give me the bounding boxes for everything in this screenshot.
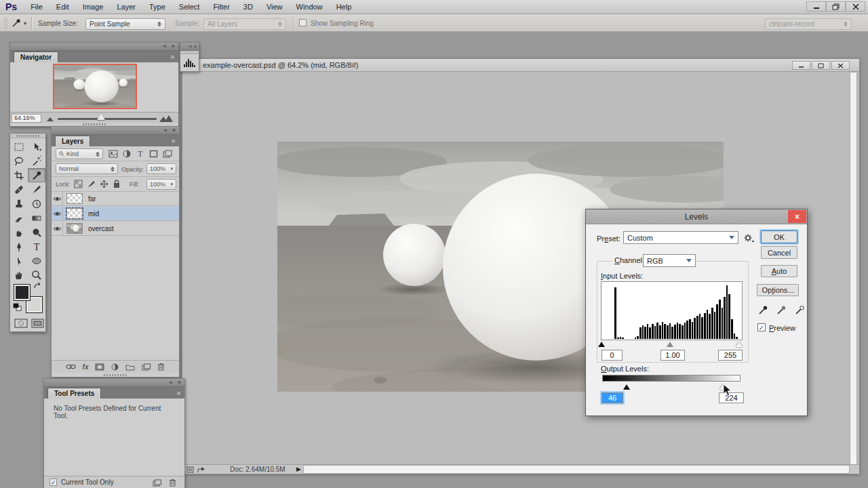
toolbar-gripper[interactable] (16, 135, 39, 137)
history-brush-tool[interactable] (28, 197, 45, 211)
close-icon[interactable]: × (194, 43, 197, 49)
input-gamma-slider[interactable] (667, 342, 673, 347)
layer-row-overcast[interactable]: overcast (52, 222, 179, 236)
brush-tool[interactable] (28, 182, 45, 197)
output-black-field[interactable]: 46 (601, 392, 623, 403)
new-adjustment-layer-icon[interactable] (111, 363, 119, 371)
eyedropper-tool[interactable] (28, 168, 45, 182)
visibility-toggle[interactable] (52, 207, 63, 220)
default-colors-icon[interactable] (13, 303, 22, 311)
menu-item-file[interactable]: File (24, 3, 50, 11)
tool-preset-picker[interactable]: ▾ (11, 18, 26, 28)
preset-options-gear-icon[interactable] (743, 233, 754, 243)
panel-resize-grip[interactable] (104, 374, 127, 376)
document-title-bar[interactable]: example-overcast.psd @ 64.2% (mid, RGB/8… (182, 59, 859, 72)
fill-dropdown[interactable]: 100% ▾ (146, 179, 176, 190)
visibility-toggle[interactable] (52, 192, 63, 205)
menu-item-select[interactable]: Select (172, 3, 207, 11)
layer-filter-kind-dropdown[interactable]: Kind (56, 148, 103, 159)
visibility-toggle[interactable] (52, 222, 63, 235)
lasso-tool[interactable] (10, 154, 28, 168)
close-icon[interactable]: × (172, 43, 175, 49)
new-group-icon[interactable] (125, 363, 135, 371)
panel-resize-grip[interactable] (83, 123, 106, 125)
close-icon[interactable]: × (178, 380, 181, 386)
magic-wand-tool[interactable] (28, 154, 45, 168)
cancel-button[interactable]: Cancel (761, 246, 797, 259)
options-button[interactable]: Options... (757, 284, 799, 296)
options-gripper[interactable] (4, 18, 7, 28)
move-tool[interactable] (28, 140, 45, 154)
vertical-scrollbar[interactable] (850, 72, 857, 466)
adjustment-filter-icon[interactable] (123, 150, 131, 158)
navigator-proxy-view[interactable] (53, 64, 137, 109)
type-filter-icon[interactable]: T (136, 149, 144, 158)
input-white-field[interactable]: 255 (718, 350, 743, 361)
quick-mask-icon[interactable] (14, 319, 28, 328)
panel-menu-icon[interactable]: ≡ (171, 54, 175, 60)
blend-mode-dropdown[interactable]: Normal (56, 163, 118, 174)
share-arrow-icon[interactable] (197, 466, 206, 473)
preview-checkbox[interactable]: ✓ (757, 323, 766, 331)
menu-item-3d[interactable]: 3D (237, 3, 260, 11)
navigator-zoom-field[interactable]: 64.16% (12, 114, 41, 123)
crop-tool[interactable] (10, 168, 28, 182)
new-preset-icon[interactable] (153, 479, 161, 487)
show-sampling-ring-checkbox[interactable] (299, 19, 307, 26)
zoom-tool[interactable] (28, 268, 45, 282)
horizontal-scrollbar[interactable] (303, 465, 850, 474)
add-layer-mask-icon[interactable] (95, 363, 104, 371)
layer-row-far[interactable]: far (52, 192, 179, 206)
preset-dropdown[interactable]: Custom (623, 231, 738, 244)
collapse-panel-icon[interactable]: « (163, 43, 167, 49)
link-layers-icon[interactable] (66, 363, 76, 370)
menu-item-view[interactable]: View (260, 3, 290, 11)
tab-navigator[interactable]: Navigator (14, 52, 58, 62)
channel-dropdown[interactable]: RGB (643, 254, 696, 267)
zoom-in-mountains-icon[interactable] (159, 115, 173, 122)
app-close-button[interactable] (846, 1, 865, 12)
ok-button[interactable]: OK (761, 230, 797, 243)
new-layer-icon[interactable] (142, 363, 151, 371)
input-black-field[interactable]: 0 (601, 350, 623, 361)
lock-transparency-icon[interactable] (74, 180, 83, 188)
workspace-dropdown[interactable]: ctrlpaint-record (765, 18, 852, 30)
expand-panel-icon[interactable]: » (189, 43, 192, 49)
status-flyout-arrow[interactable]: ▶ (296, 466, 301, 472)
layer-thumbnail[interactable] (66, 208, 83, 219)
close-icon[interactable]: × (172, 127, 176, 134)
path-selection-tool[interactable] (10, 253, 28, 268)
status-thumbnail-icon[interactable] (186, 466, 194, 473)
lock-position-icon[interactable] (100, 180, 108, 188)
hand-tool[interactable] (10, 268, 28, 282)
layer-thumbnail[interactable] (66, 223, 83, 234)
output-black-slider[interactable] (623, 384, 630, 390)
menu-item-type[interactable]: Type (142, 3, 172, 11)
smart-object-filter-icon[interactable] (163, 150, 172, 158)
ellipse-tool[interactable] (28, 253, 45, 268)
current-tool-only-checkbox[interactable]: ✓ (50, 479, 57, 486)
input-black-slider[interactable] (598, 342, 605, 347)
eraser-tool[interactable] (10, 211, 28, 225)
input-white-slider[interactable] (736, 342, 743, 347)
swap-colors-icon[interactable] (33, 282, 43, 291)
smudge-tool[interactable] (10, 225, 28, 239)
delete-preset-icon[interactable] (169, 479, 176, 487)
menu-item-window[interactable]: Window (290, 3, 330, 11)
white-point-eyedropper-icon[interactable] (795, 304, 805, 315)
zoom-slider-track[interactable] (58, 118, 157, 120)
collapse-panel-icon[interactable]: « (164, 127, 167, 134)
menu-item-help[interactable]: Help (330, 3, 359, 11)
layer-name[interactable]: mid (88, 210, 99, 218)
app-minimize-button[interactable] (806, 1, 826, 12)
layer-name[interactable]: far (88, 195, 96, 203)
opacity-dropdown[interactable]: 100% ▾ (146, 163, 176, 174)
zoom-out-mountains-icon[interactable] (47, 117, 55, 121)
layer-thumbnail[interactable] (66, 193, 83, 204)
histogram-panel-icon[interactable] (184, 58, 196, 67)
pen-tool[interactable] (10, 239, 28, 253)
doc-maximize-button[interactable] (812, 61, 830, 70)
panel-menu-icon[interactable]: ≡ (172, 138, 176, 144)
healing-brush-tool[interactable] (10, 182, 28, 197)
black-point-eyedropper-icon[interactable] (758, 304, 768, 315)
